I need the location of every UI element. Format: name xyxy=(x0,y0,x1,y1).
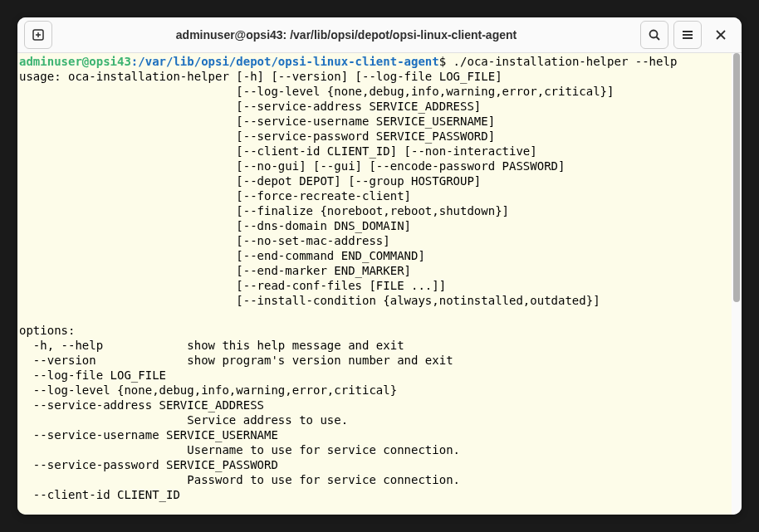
output-line: [--service-username SERVICE_USERNAME] xyxy=(19,115,495,128)
output-line: --log-file LOG_FILE xyxy=(19,368,166,382)
output-line: Username to use for service connection. xyxy=(19,443,460,456)
plus-square-icon xyxy=(32,28,45,41)
svg-line-4 xyxy=(657,37,660,41)
output-line: [--end-marker END_MARKER] xyxy=(19,264,411,277)
output-line: [--log-level {none,debug,info,warning,er… xyxy=(19,85,614,98)
prompt-user-host: adminuser@opsi43 xyxy=(19,55,131,68)
search-button[interactable] xyxy=(640,21,668,49)
output-line: [--client-id CLIENT_ID] [--non-interacti… xyxy=(19,144,537,158)
output-line: usage: oca-installation-helper [-h] [--v… xyxy=(19,70,502,83)
close-icon xyxy=(715,29,727,41)
prompt-dollar: $ xyxy=(439,55,446,68)
output-line: [--end-command END_COMMAND] xyxy=(19,249,425,262)
search-icon xyxy=(648,28,661,41)
output-line: [--read-conf-files [FILE ...]] xyxy=(19,279,446,292)
window-title: adminuser@opsi43: /var/lib/opsi/depot/op… xyxy=(52,28,640,41)
output-line: [--service-address SERVICE_ADDRESS] xyxy=(19,100,481,113)
output-line: [--force-recreate-client] xyxy=(19,189,411,203)
command-text: ./oca-installation-helper --help xyxy=(446,55,677,68)
output-line: Password to use for service connection. xyxy=(19,473,460,486)
output-line: [--no-set-mac-address] xyxy=(19,234,390,247)
terminal-area: adminuser@opsi43:/var/lib/opsi/depot/ops… xyxy=(17,53,742,515)
output-line: --log-level {none,debug,info,warning,err… xyxy=(19,383,397,397)
terminal-content[interactable]: adminuser@opsi43:/var/lib/opsi/depot/ops… xyxy=(17,53,732,515)
output-line: --version show program's version number … xyxy=(19,354,453,367)
output-line: options: xyxy=(19,324,75,337)
hamburger-icon xyxy=(681,28,694,41)
output-line: [--dns-domain DNS_DOMAIN] xyxy=(19,219,411,232)
titlebar-left-controls xyxy=(24,21,52,49)
output-line: Service address to use. xyxy=(19,413,348,427)
menu-button[interactable] xyxy=(673,21,702,49)
terminal-window: adminuser@opsi43: /var/lib/opsi/depot/op… xyxy=(17,17,742,515)
output-line: [--service-password SERVICE_PASSWORD] xyxy=(19,129,495,143)
output-line: [--install-condition {always,notinstalle… xyxy=(19,294,600,307)
svg-point-3 xyxy=(650,31,658,38)
output-line: [--finalize {noreboot,reboot,shutdown}] xyxy=(19,204,509,217)
output-line: [--depot DEPOT] [--group HOSTGROUP] xyxy=(19,174,481,188)
titlebar-right-controls xyxy=(640,21,735,49)
prompt-path: /var/lib/opsi/depot/opsi-linux-client-ag… xyxy=(138,55,438,68)
titlebar: adminuser@opsi43: /var/lib/opsi/depot/op… xyxy=(17,17,742,53)
output-line: --service-address SERVICE_ADDRESS xyxy=(19,398,264,412)
output-line: --service-username SERVICE_USERNAME xyxy=(19,428,278,442)
new-tab-button[interactable] xyxy=(24,21,52,49)
output-line: --client-id CLIENT_ID xyxy=(19,488,180,501)
output-line: -h, --help show this help message and ex… xyxy=(19,339,404,352)
output-line: [--no-gui] [--gui] [--encode-password PA… xyxy=(19,159,565,173)
scrollbar[interactable] xyxy=(732,53,742,515)
scrollbar-thumb[interactable] xyxy=(733,53,740,302)
output-line: --service-password SERVICE_PASSWORD xyxy=(19,458,278,471)
close-button[interactable] xyxy=(707,21,735,49)
